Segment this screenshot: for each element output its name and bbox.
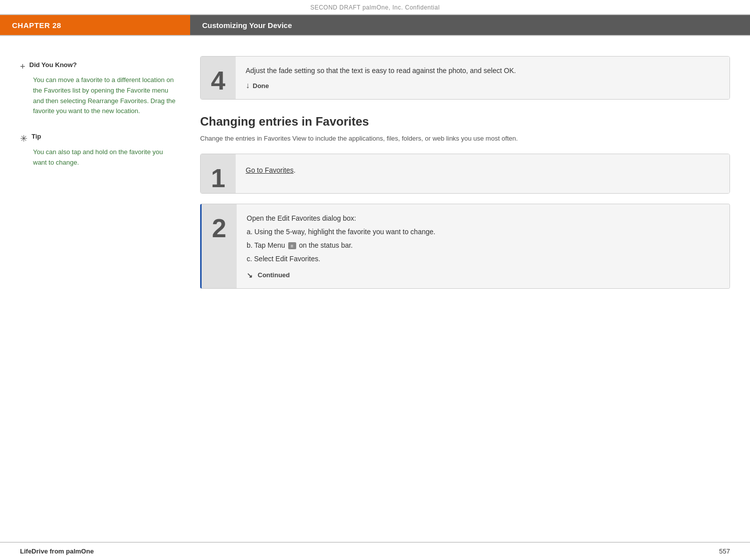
step2-footer: ↘ Continued (247, 271, 719, 279)
step2-sub-steps: Open the Edit Favorites dialog box: a. U… (247, 213, 719, 264)
step1-text: Go to Favorites. (246, 165, 719, 176)
did-you-know-title: Did You Know? (30, 61, 77, 69)
sidebar: + Did You Know? You can move a favorite … (0, 51, 190, 516)
done-label: Done (253, 82, 269, 90)
section-description: Change the entries in Favorites View to … (200, 134, 730, 144)
step4-number: 4 (211, 66, 226, 96)
did-you-know-section: + Did You Know? You can move a favorite … (20, 61, 178, 117)
right-content: 4 Adjust the fade setting so that the te… (190, 51, 750, 516)
footer-page: 557 (719, 547, 730, 555)
main-content: + Did You Know? You can move a favorite … (0, 36, 750, 516)
footer-title: LifeDrive from palmOne (20, 547, 94, 555)
step4-number-col: 4 (201, 57, 236, 99)
step2-content: Open the Edit Favorites dialog box: a. U… (237, 204, 729, 288)
step2-sub-a: a. Using the 5-way, highlight the favori… (247, 227, 719, 237)
page-title: Customizing Your Device (190, 15, 750, 35)
tip-section: ✳ Tip You can also tap and hold on the f… (20, 133, 178, 168)
step2-number-col: 2 (202, 204, 237, 288)
continued-label: Continued (258, 271, 290, 279)
step2-intro: Open the Edit Favorites dialog box: (247, 213, 719, 224)
step2-number: 2 (212, 213, 227, 243)
continued-icon: ↘ (247, 271, 253, 279)
chapter-label: CHAPTER 28 (0, 15, 190, 35)
page-footer: LifeDrive from palmOne 557 (0, 542, 750, 560)
step4-box: 4 Adjust the fade setting so that the te… (200, 56, 730, 100)
done-icon: ↓ (246, 81, 250, 90)
step4-content: Adjust the fade setting so that the text… (236, 57, 729, 99)
step2-sub-c: c. Select Edit Favorites. (247, 254, 719, 264)
step2-sub-b: b. Tap Menu on the status bar. (247, 240, 719, 251)
step2-box: 2 Open the Edit Favorites dialog box: a.… (200, 204, 730, 289)
header-bar: CHAPTER 28 Customizing Your Device (0, 14, 750, 36)
step1-link-suffix: . (294, 166, 296, 174)
plus-icon: + (20, 62, 26, 72)
step1-box: 1 Go to Favorites. (200, 154, 730, 194)
did-you-know-body: You can move a favorite to a different l… (33, 75, 178, 117)
step1-content: Go to Favorites. (236, 154, 729, 193)
menu-icon (288, 242, 296, 249)
step4-text: Adjust the fade setting so that the text… (246, 66, 719, 76)
asterisk-icon: ✳ (20, 133, 28, 144)
step1-number-col: 1 (201, 154, 236, 193)
watermark: SECOND DRAFT palmOne, Inc. Confidential (0, 0, 750, 14)
step1-number: 1 (211, 163, 226, 193)
section-heading: Changing entries in Favorites (200, 115, 730, 129)
go-to-favorites-link[interactable]: Go to Favorites (246, 166, 294, 174)
tip-body: You can also tap and hold on the favorit… (33, 147, 178, 168)
tip-title: Tip (32, 133, 41, 140)
did-you-know-label-row: + Did You Know? (20, 61, 178, 72)
step4-footer: ↓ Done (246, 81, 719, 90)
tip-label-row: ✳ Tip (20, 133, 178, 144)
